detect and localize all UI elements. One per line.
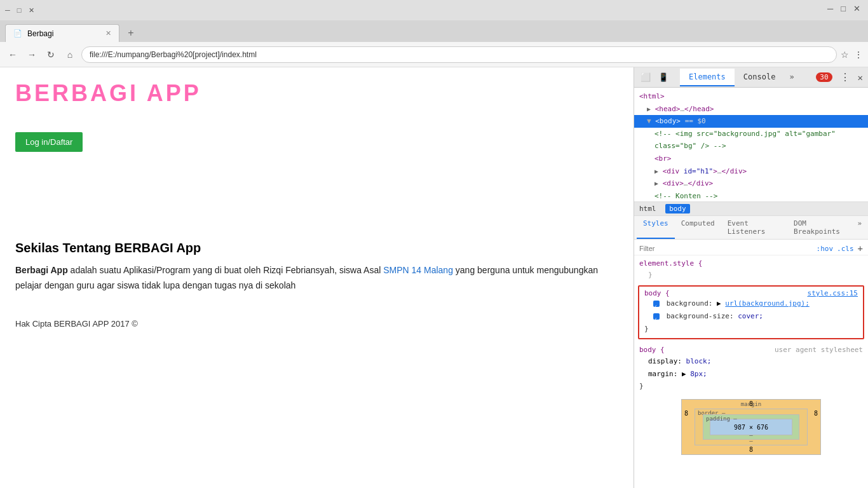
tab-console[interactable]: Console <box>735 69 785 86</box>
tab-computed[interactable]: Computed <box>675 216 721 239</box>
about-bold: Berbagi App <box>15 265 68 275</box>
ua-brace-close: } <box>639 382 644 390</box>
ua-prop-display: display: <box>648 357 686 365</box>
nav-icons: ☆ ⋮ <box>841 50 863 60</box>
elements-panel: <html> ▶ <head>…</head> ▼ <body> == $0 <… <box>634 88 868 202</box>
padding-label: padding – <box>706 416 737 422</box>
bc-html[interactable]: html <box>639 205 656 213</box>
nav-bar: ← → ↻ ⌂ ☆ ⋮ <box>0 42 868 67</box>
about-body: adalah suatu Aplikasi/Program yang di bu… <box>68 265 384 275</box>
ua-rule: user agent stylesheet body { display: bl… <box>634 342 868 395</box>
new-tab-icon: + <box>128 27 133 39</box>
bookmark-btn[interactable]: ☆ <box>841 50 849 60</box>
maximize-btn[interactable]: □ <box>841 4 846 13</box>
tab-close-btn[interactable]: ✕ <box>105 29 111 37</box>
ua-margin: margin: ▶ 8px; <box>639 368 863 381</box>
more-tabs-icon[interactable]: » <box>784 69 799 86</box>
filter-hov-btn[interactable]: :hov <box>817 245 834 253</box>
address-bar[interactable] <box>81 46 837 63</box>
css-property-bgsize: background-size: cover; <box>644 310 858 323</box>
arrow-icon-margin: ▶ <box>682 370 686 378</box>
element-style-rule: element.style { } <box>634 255 868 283</box>
close-btn[interactable]: ✕ <box>853 4 860 13</box>
html-line-comment2: class="bg" /> --> <box>634 140 868 152</box>
html-line-div-h1[interactable]: ▶ <div id="h1">…</div> <box>634 165 868 178</box>
tab-bar: 📄 Berbagi ✕ + <box>0 20 868 42</box>
highlighted-css-rule: style.css:15 body { background: ▶ url(ba… <box>638 285 864 339</box>
css-selector-body: body { <box>644 289 670 297</box>
margin-bottom-val: 8 <box>749 446 753 453</box>
reload-btn[interactable]: ↻ <box>43 47 58 62</box>
bc-body[interactable]: body <box>665 204 690 214</box>
css-source-link[interactable]: style.css:15 <box>808 289 858 297</box>
filter-bar: :hov .cls + <box>634 242 868 255</box>
title-bar: ─ □ ✕ ─ □ ✕ <box>0 0 868 20</box>
border-bottom-label: – <box>749 438 752 444</box>
devtools-close-btn[interactable]: ✕ <box>858 72 863 83</box>
styles-panel: :hov .cls + element.style { } style.css:… <box>634 240 868 488</box>
css-prop-bg: background: <box>667 299 717 308</box>
border-box: border – padding – 987 × 676 – – <box>695 409 808 445</box>
window-controls: ─ □ ✕ <box>5 6 34 15</box>
margin-right-val: 8 <box>814 410 818 417</box>
ua-selector: body { <box>639 346 665 354</box>
about-title: Sekilas Tentang BERBAGI App <box>15 241 618 255</box>
tab-dom-breakpoints[interactable]: DOM Breakpoints <box>787 216 853 239</box>
tab-label: Berbagi <box>27 29 53 38</box>
filter-cls-btn[interactable]: .cls <box>837 245 854 253</box>
html-line-br: <br> <box>634 152 868 165</box>
style-tabs: Styles Computed Event Listeners DOM Brea… <box>634 216 868 240</box>
tab-event-listeners[interactable]: Event Listeners <box>721 216 787 239</box>
menu-btn[interactable]: ⋮ <box>854 50 863 60</box>
html-line-body[interactable]: ▼ <body> == $0 <box>634 115 868 128</box>
ua-display: display: block; <box>639 355 863 368</box>
forward-btn[interactable]: → <box>24 47 39 62</box>
about-section: Sekilas Tentang BERBAGI App Berbagi App … <box>15 241 618 294</box>
css-property-background: background: ▶ url(background.jpg); <box>644 297 858 310</box>
checkbox-bgsize[interactable] <box>653 313 660 320</box>
css-prop-bgsize: background-size: <box>667 312 738 320</box>
style-tab-more[interactable]: » <box>853 216 865 239</box>
box-model-section: margin 8 8 8 border – padding – <box>634 394 868 460</box>
html-line-comment1: <!-- <img src="background.jpg" alt="gamb… <box>634 128 868 140</box>
tab-styles[interactable]: Styles <box>637 216 675 239</box>
app-title: BERBAGI APP <box>15 80 618 107</box>
ua-source-label: user agent stylesheet <box>775 344 863 356</box>
margin-left-val: 8 <box>684 410 688 417</box>
filter-add-btn[interactable]: + <box>858 243 863 254</box>
main-area: BERBAGI APP Log in/Daftar Sekilas Tentan… <box>0 67 868 488</box>
html-line-comment-konten: <!-- Konten --> <box>634 190 868 202</box>
css-rule-body: style.css:15 body { <box>644 289 858 297</box>
error-badge: 30 <box>816 72 832 82</box>
minimize-btn[interactable]: ─ <box>827 4 833 13</box>
html-line-html: <html> <box>634 90 868 103</box>
breadcrumb-bar: html body <box>634 202 868 216</box>
webpage: BERBAGI APP Log in/Daftar Sekilas Tentan… <box>0 67 634 488</box>
arrow-icon-bg: ▶ <box>717 299 721 308</box>
margin-top-val: 8 <box>749 400 753 407</box>
bg-url-link[interactable]: url(background.jpg); <box>725 299 809 308</box>
devtools-panel: ⬜ 📱 Elements Console » 30 ⋮ ✕ <html> ▶ <… <box>634 67 868 488</box>
tab-elements[interactable]: Elements <box>680 69 735 86</box>
html-line-head[interactable]: ▶ <head>…</head> <box>634 103 868 116</box>
css-val-bgsize: cover; <box>738 312 763 320</box>
school-link[interactable]: SMPN 14 Malang <box>383 265 453 275</box>
about-text: Berbagi App adalah suatu Aplikasi/Progra… <box>15 263 618 294</box>
back-btn[interactable]: ← <box>5 47 20 62</box>
element-style-label: element.style { <box>639 259 702 268</box>
device-btn[interactable]: 📱 <box>657 71 670 84</box>
ua-val-margin: 8px; <box>690 370 707 378</box>
padding-box: padding – 987 × 676 – <box>703 414 799 440</box>
home-btn[interactable]: ⌂ <box>62 47 78 62</box>
ua-prop-margin: margin: <box>648 370 682 378</box>
new-tab-btn[interactable]: + <box>122 24 140 42</box>
html-line-div[interactable]: ▶ <div>…</div> <box>634 177 868 190</box>
devtools-menu-btn[interactable]: ⋮ <box>840 71 850 83</box>
checkbox-background[interactable] <box>653 301 660 307</box>
box-model-diagram: margin 8 8 8 border – padding – <box>681 399 821 455</box>
active-tab[interactable]: 📄 Berbagi ✕ <box>5 24 119 42</box>
login-button[interactable]: Log in/Daftar <box>15 132 83 152</box>
filter-input[interactable] <box>639 245 813 252</box>
inspect-btn[interactable]: ⬜ <box>639 71 652 84</box>
devtools-toolbar: ⬜ 📱 Elements Console » 30 ⋮ ✕ <box>634 67 868 88</box>
